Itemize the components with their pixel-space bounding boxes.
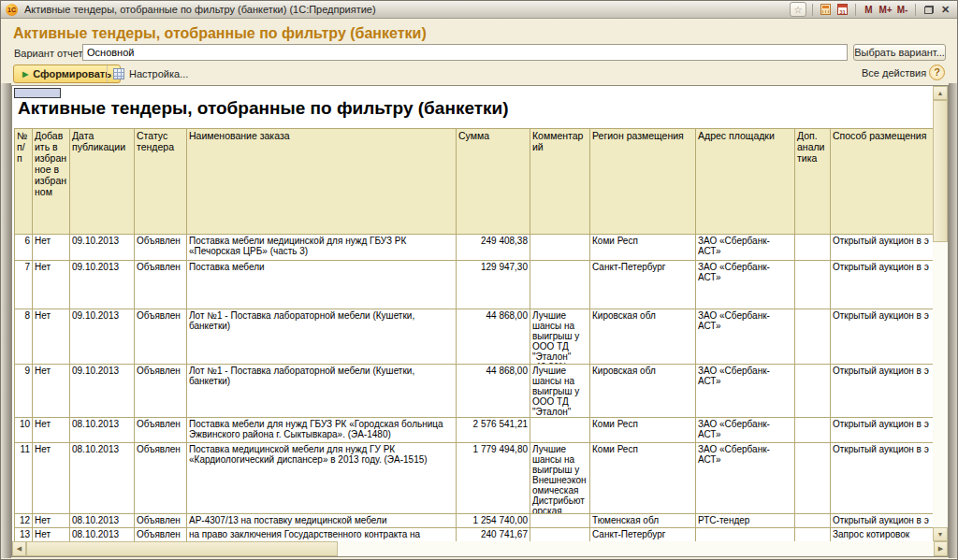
- cell-method[interactable]: Открытый аукцион в э: [831, 514, 933, 528]
- cell-platform[interactable]: ЗАО «Сбербанк-АСТ»: [696, 418, 795, 443]
- settings-button[interactable]: Настройка...: [113, 65, 188, 82]
- cell-name[interactable]: на право заключения Государственного кон…: [187, 528, 457, 541]
- cell-name[interactable]: Поставка мебели: [187, 261, 457, 309]
- col-header-status[interactable]: Статус тендера: [135, 129, 187, 235]
- cell-platform[interactable]: ЗАО «Сбербанк-АСТ»: [696, 365, 795, 418]
- grid-selection-box[interactable]: [14, 88, 61, 98]
- cell-comment[interactable]: [530, 514, 590, 528]
- cell-date[interactable]: 08.10.2013: [70, 418, 135, 443]
- cell-fav[interactable]: Нет: [33, 514, 70, 528]
- cell-fav[interactable]: Нет: [33, 235, 70, 261]
- cell-sum[interactable]: 44 868,00: [457, 309, 530, 365]
- cell-fav[interactable]: Нет: [33, 261, 70, 309]
- cell-region[interactable]: Коми Респ: [590, 235, 696, 261]
- cell-region[interactable]: Санкт-Петербург: [590, 261, 696, 309]
- variant-input[interactable]: [82, 44, 848, 61]
- cell-extra[interactable]: [795, 261, 831, 309]
- cell-method[interactable]: Открытый аукцион в э: [831, 235, 933, 261]
- cell-comment[interactable]: [530, 418, 590, 443]
- cell-sum[interactable]: 44 868,00: [457, 365, 530, 418]
- cell-name[interactable]: АР-4307/13 на поставку медицинской мебел…: [187, 514, 457, 528]
- cell-status[interactable]: Объявлен: [135, 443, 187, 514]
- cell-sum[interactable]: 2 576 541,21: [457, 418, 530, 443]
- cell-status[interactable]: Объявлен: [135, 418, 187, 443]
- cell-sum[interactable]: 1 779 494,80: [457, 443, 530, 514]
- cell-fav[interactable]: Нет: [33, 365, 70, 418]
- col-header-fav[interactable]: Добавить в избранное в избранном: [33, 129, 70, 235]
- cell-num[interactable]: 11: [15, 443, 33, 514]
- vertical-scroll-thumb[interactable]: [933, 100, 948, 242]
- cell-sum[interactable]: 249 408,38: [457, 235, 530, 261]
- help-button[interactable]: ?: [929, 65, 945, 80]
- cell-num[interactable]: 10: [15, 418, 33, 443]
- horizontal-scrollbar[interactable]: ◀ ▶: [12, 541, 948, 556]
- cell-num[interactable]: 7: [15, 261, 33, 309]
- scroll-right-icon[interactable]: ▶: [934, 541, 948, 556]
- col-header-date[interactable]: Дата публикации: [70, 129, 135, 235]
- cell-date[interactable]: 09.10.2013: [70, 365, 135, 418]
- cell-name[interactable]: Лот №1 - Поставка лабораторной мебели (К…: [187, 365, 457, 418]
- restore-window-button[interactable]: [922, 2, 936, 17]
- all-actions-button[interactable]: Все действия ▼: [862, 67, 936, 79]
- cell-method[interactable]: Открытый аукцион в э: [831, 309, 933, 365]
- cell-region[interactable]: Тюменская обл: [590, 514, 696, 528]
- favorites-star-icon[interactable]: ☆: [790, 2, 806, 17]
- col-header-name[interactable]: Наименование заказа: [187, 129, 457, 235]
- generate-button[interactable]: ▶ Сформировать: [13, 65, 121, 83]
- cell-name[interactable]: Поставка мебели для нужд ГБУЗ РК «Городс…: [187, 418, 457, 443]
- cell-region[interactable]: Коми Респ: [590, 418, 696, 443]
- cell-region[interactable]: Кировская обл: [590, 309, 696, 365]
- cell-method[interactable]: Открытый аукцион в э: [831, 418, 933, 443]
- cell-comment[interactable]: [530, 528, 590, 541]
- col-header-method[interactable]: Способ размещения: [831, 129, 933, 235]
- close-window-button[interactable]: ✕: [938, 2, 952, 17]
- cell-status[interactable]: Объявлен: [135, 528, 187, 541]
- cell-date[interactable]: 09.10.2013: [70, 261, 135, 309]
- cell-extra[interactable]: [795, 514, 831, 528]
- cell-date[interactable]: 09.10.2013: [70, 309, 135, 365]
- memory-m-plus-button[interactable]: M+: [878, 2, 893, 17]
- cell-extra[interactable]: [795, 235, 831, 261]
- cell-method[interactable]: Запрос котировок: [831, 528, 933, 541]
- cell-fav[interactable]: Нет: [33, 418, 70, 443]
- cell-num[interactable]: 6: [15, 235, 33, 261]
- col-header-extra[interactable]: Доп. аналитика: [795, 129, 831, 235]
- cell-name[interactable]: Лот №1 - Поставка лабораторной мебели (К…: [187, 309, 457, 365]
- cell-platform[interactable]: ЗАО «Сбербанк-АСТ»: [696, 309, 795, 365]
- cell-comment[interactable]: Лучшие шансы на выигрыш у ООО ТД "Эталон…: [530, 365, 590, 418]
- cell-region[interactable]: Санкт-Петербург: [590, 528, 696, 541]
- cell-platform[interactable]: ЗАО «Сбербанк-АСТ»: [696, 443, 795, 514]
- cell-platform[interactable]: РТС-тендер: [696, 514, 795, 528]
- cell-platform[interactable]: ЗАО «Сбербанк-АСТ»: [696, 261, 795, 309]
- cell-fav[interactable]: Нет: [33, 309, 70, 365]
- scroll-left-icon[interactable]: ◀: [12, 541, 26, 556]
- cell-region[interactable]: Коми Респ: [590, 443, 696, 514]
- cell-extra[interactable]: [795, 418, 831, 443]
- cell-method[interactable]: Открытый аукцион в э: [831, 365, 933, 418]
- col-header-region[interactable]: Регион размещения: [590, 129, 696, 235]
- cell-num[interactable]: 9: [15, 365, 33, 418]
- memory-m-button[interactable]: M: [862, 2, 876, 17]
- cell-num[interactable]: 8: [15, 309, 33, 365]
- cell-date[interactable]: 08.10.2013: [70, 514, 135, 528]
- choose-variant-button[interactable]: Выбрать вариант...: [853, 44, 946, 61]
- report-title-cell[interactable]: Активные тендеры, отобранные по фильтру …: [18, 98, 509, 119]
- cell-platform[interactable]: [696, 528, 795, 541]
- cell-num[interactable]: 12: [15, 514, 33, 528]
- cell-extra[interactable]: [795, 528, 831, 541]
- cell-date[interactable]: 08.10.2013: [70, 443, 135, 514]
- memory-m-minus-button[interactable]: M-: [895, 2, 909, 17]
- cell-sum[interactable]: 240 741,67: [457, 528, 530, 541]
- cell-date[interactable]: 09.10.2013: [70, 235, 135, 261]
- cell-region[interactable]: Кировская обл: [590, 365, 696, 418]
- cell-status[interactable]: Объявлен: [135, 235, 187, 261]
- cell-fav[interactable]: Нет: [33, 528, 70, 541]
- horizontal-scroll-thumb[interactable]: [26, 541, 338, 556]
- cell-comment[interactable]: Лучшие шансы на выигрыш у ООО ТД "Эталон…: [530, 309, 590, 365]
- scroll-down-icon[interactable]: ▼: [933, 527, 948, 541]
- cell-date[interactable]: 08.10.2013: [70, 528, 135, 541]
- cell-status[interactable]: Объявлен: [135, 309, 187, 365]
- cell-comment[interactable]: [530, 261, 590, 309]
- cell-sum[interactable]: 1 254 740,00: [457, 514, 530, 528]
- cell-comment[interactable]: [530, 235, 590, 261]
